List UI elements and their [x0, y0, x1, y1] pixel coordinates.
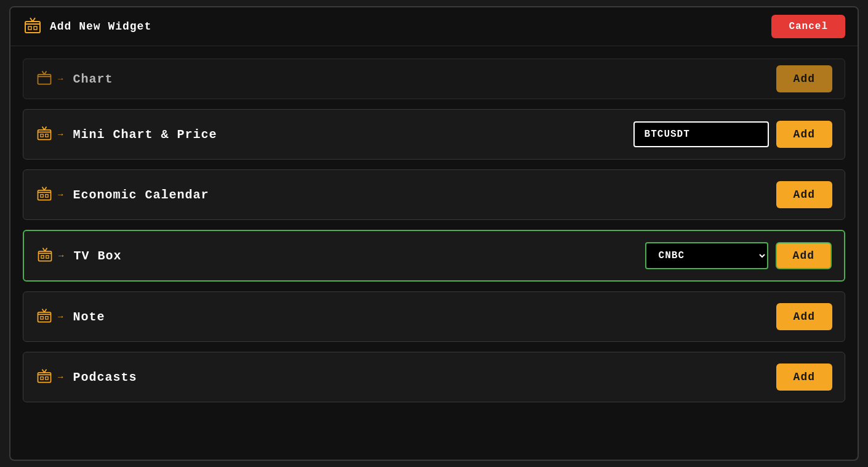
svg-rect-16	[38, 372, 51, 382]
tv-box-controls: CNBC Bloomberg Fox Business BBC News Add	[645, 242, 832, 269]
podcasts-label: Podcasts	[73, 370, 766, 384]
mini-chart-input[interactable]	[633, 121, 769, 147]
economic-calendar-row: → Economic Calendar Add	[23, 169, 845, 220]
podcasts-arrow-icon: →	[58, 372, 63, 382]
podcasts-box-icon	[36, 367, 53, 388]
note-box-icon	[36, 307, 53, 327]
chart-icon-area: →	[36, 69, 63, 89]
tv-box-box-icon	[36, 246, 54, 266]
mini-chart-row: → Mini Chart & Price Add	[23, 109, 845, 160]
svg-rect-9	[46, 194, 48, 197]
note-row: → Note Add	[23, 291, 845, 342]
svg-rect-2	[34, 26, 37, 30]
modal-body: → Chart Add → Mi	[10, 46, 858, 455]
note-icon-area: →	[36, 307, 63, 327]
chart-add-button[interactable]: Add	[776, 65, 832, 92]
podcasts-row: → Podcasts Add	[23, 352, 845, 402]
note-arrow-icon: →	[58, 312, 63, 322]
economic-calendar-box-icon	[36, 185, 53, 205]
mini-chart-controls: Add	[633, 121, 832, 148]
economic-calendar-controls: Add	[776, 181, 832, 208]
chart-box-icon	[36, 69, 53, 89]
svg-rect-14	[41, 316, 43, 319]
modal-header: Add New Widget Cancel	[10, 7, 858, 46]
add-widget-modal: Add New Widget Cancel → Chart Add	[9, 6, 859, 461]
svg-rect-5	[41, 134, 43, 136]
svg-rect-11	[41, 255, 44, 258]
svg-rect-7	[38, 190, 51, 200]
svg-rect-10	[39, 251, 52, 261]
note-controls: Add	[776, 303, 832, 330]
mini-chart-arrow-icon: →	[58, 129, 63, 139]
economic-calendar-arrow-icon: →	[58, 190, 63, 200]
svg-rect-13	[38, 312, 51, 322]
svg-rect-8	[41, 194, 43, 197]
economic-calendar-label: Economic Calendar	[73, 188, 766, 202]
svg-rect-0	[25, 22, 40, 33]
tv-box-arrow-icon: →	[58, 251, 63, 261]
tv-box-row: → TV Box CNBC Bloomberg Fox Business BBC…	[23, 230, 845, 282]
svg-rect-3	[38, 74, 51, 84]
note-add-button[interactable]: Add	[776, 303, 832, 330]
economic-calendar-icon-area: →	[36, 185, 63, 205]
mini-chart-add-button[interactable]: Add	[776, 121, 832, 148]
mini-chart-box-icon	[36, 124, 53, 145]
modal-title-area: Add New Widget	[23, 15, 151, 38]
podcasts-add-button[interactable]: Add	[776, 363, 832, 391]
svg-rect-12	[46, 255, 49, 258]
modal-title: Add New Widget	[50, 20, 151, 33]
economic-calendar-add-button[interactable]: Add	[776, 181, 832, 208]
widget-icon	[23, 15, 42, 38]
partial-row-chart: → Chart Add	[23, 59, 845, 99]
podcasts-icon-area: →	[36, 367, 63, 388]
tv-box-add-button[interactable]: Add	[776, 242, 832, 269]
svg-rect-6	[46, 134, 48, 136]
chart-label: Chart	[73, 72, 766, 86]
svg-rect-17	[41, 376, 43, 379]
svg-rect-18	[46, 376, 48, 379]
chart-arrow-icon: →	[58, 74, 63, 84]
tv-box-icon-area: →	[36, 246, 63, 266]
svg-rect-1	[28, 26, 31, 30]
svg-rect-15	[46, 316, 48, 319]
mini-chart-icon-area: →	[36, 124, 63, 145]
mini-chart-label: Mini Chart & Price	[73, 128, 623, 142]
tv-box-label: TV Box	[73, 249, 635, 263]
cancel-button[interactable]: Cancel	[771, 15, 845, 38]
svg-rect-4	[38, 129, 51, 139]
chart-controls: Add	[776, 65, 832, 92]
tv-box-select[interactable]: CNBC Bloomberg Fox Business BBC News	[645, 242, 768, 269]
note-label: Note	[73, 310, 766, 324]
podcasts-controls: Add	[776, 363, 832, 391]
